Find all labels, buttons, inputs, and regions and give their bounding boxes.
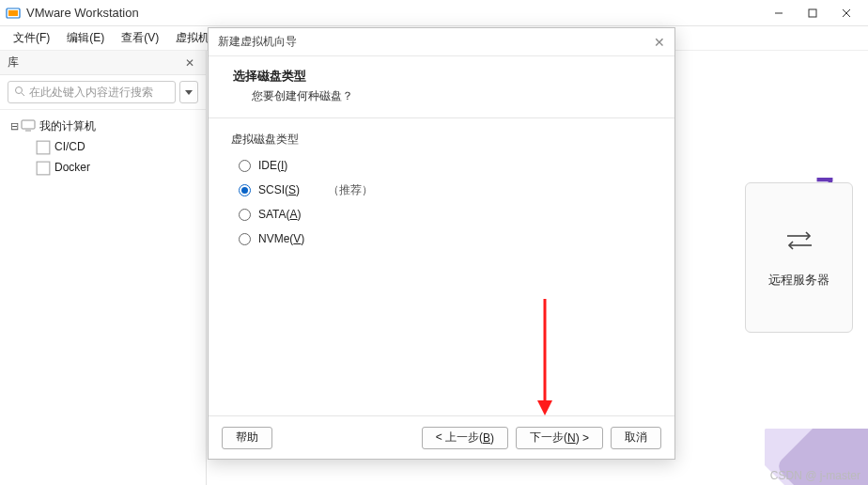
- vm-icon: [36, 161, 51, 174]
- radio-nvme[interactable]: NVMe(V): [231, 227, 652, 251]
- tree-item[interactable]: CI/CD: [4, 136, 202, 157]
- svg-rect-1: [8, 10, 18, 16]
- window-titlebar: VMware Workstation: [0, 0, 868, 26]
- remote-server-label: 远程服务器: [768, 272, 829, 289]
- dialog-subheading: 您要创建何种磁盘？: [233, 85, 650, 104]
- window-close-button[interactable]: [830, 4, 862, 23]
- watermark: CSDN @ j-master: [770, 469, 860, 482]
- library-title: 库: [8, 55, 181, 70]
- tree-item-label: CI/CD: [54, 140, 85, 153]
- svg-marker-13: [185, 90, 193, 95]
- tree-root-label: 我的计算机: [39, 118, 96, 134]
- dialog-heading: 选择磁盘类型: [233, 68, 650, 85]
- library-search-input[interactable]: 在此处键入内容进行搜索: [8, 81, 176, 103]
- remote-server-card[interactable]: 远程服务器: [745, 182, 853, 333]
- menu-file[interactable]: 文件(F): [6, 27, 57, 49]
- radio-ide[interactable]: IDE(I): [231, 153, 652, 178]
- radio-icon: [239, 160, 251, 172]
- svg-rect-14: [22, 120, 35, 129]
- library-tree: ⊟ 我的计算机 CI/CD Docker: [0, 110, 206, 183]
- back-button[interactable]: < 上一步(B): [422, 427, 508, 449]
- cancel-button[interactable]: 取消: [611, 427, 661, 449]
- window-maximize-button[interactable]: [797, 4, 829, 23]
- svg-rect-3: [809, 9, 816, 17]
- radio-icon: [239, 233, 251, 245]
- dialog-header: 选择磁盘类型 您要创建何种磁盘？: [209, 56, 674, 118]
- tree-item[interactable]: Docker: [4, 157, 202, 178]
- search-icon: [14, 86, 25, 100]
- tree-root[interactable]: ⊟ 我的计算机: [4, 116, 202, 136]
- radio-scsi[interactable]: SCSI(S) （推荐）: [231, 178, 652, 202]
- radio-sata[interactable]: SATA(A): [231, 202, 652, 227]
- help-button[interactable]: 帮助: [222, 427, 272, 449]
- svg-point-11: [16, 86, 23, 93]
- radio-label: SATA(A): [258, 208, 302, 221]
- search-dropdown-button[interactable]: [179, 81, 198, 103]
- library-panel: 库 ✕ 在此处键入内容进行搜索 ⊟ 我的计算机 CI/CD: [0, 51, 207, 485]
- menu-edit[interactable]: 编辑(E): [59, 27, 112, 49]
- disk-type-group-label: 虚拟磁盘类型: [231, 132, 652, 148]
- radio-label: SCSI(S): [258, 183, 300, 196]
- tree-item-label: Docker: [54, 161, 90, 174]
- dialog-close-button[interactable]: ✕: [654, 35, 665, 50]
- radio-label: IDE(I): [258, 159, 287, 172]
- menu-view[interactable]: 查看(V): [114, 27, 166, 49]
- svg-rect-16: [37, 141, 50, 154]
- radio-hint: （推荐）: [328, 182, 373, 198]
- search-placeholder: 在此处键入内容进行搜索: [29, 85, 153, 101]
- window-minimize-button[interactable]: [763, 4, 795, 23]
- app-icon: [6, 6, 21, 21]
- library-close-button[interactable]: ✕: [181, 56, 198, 70]
- radio-label: NVMe(V): [258, 232, 304, 245]
- svg-line-12: [22, 93, 24, 96]
- vm-icon: [36, 140, 51, 153]
- tree-collapse-icon[interactable]: ⊟: [8, 120, 21, 133]
- dialog-title: 新建虚拟机向导: [218, 34, 297, 50]
- connect-icon: [783, 227, 815, 258]
- window-title: VMware Workstation: [26, 6, 139, 20]
- svg-rect-17: [37, 162, 50, 175]
- radio-icon: [239, 184, 251, 196]
- next-button[interactable]: 下一步(N) >: [516, 427, 603, 449]
- radio-icon: [239, 209, 251, 221]
- computer-icon: [21, 119, 36, 133]
- new-vm-wizard-dialog: 新建虚拟机向导 ✕ 选择磁盘类型 您要创建何种磁盘？ 虚拟磁盘类型 IDE(I)…: [208, 27, 675, 460]
